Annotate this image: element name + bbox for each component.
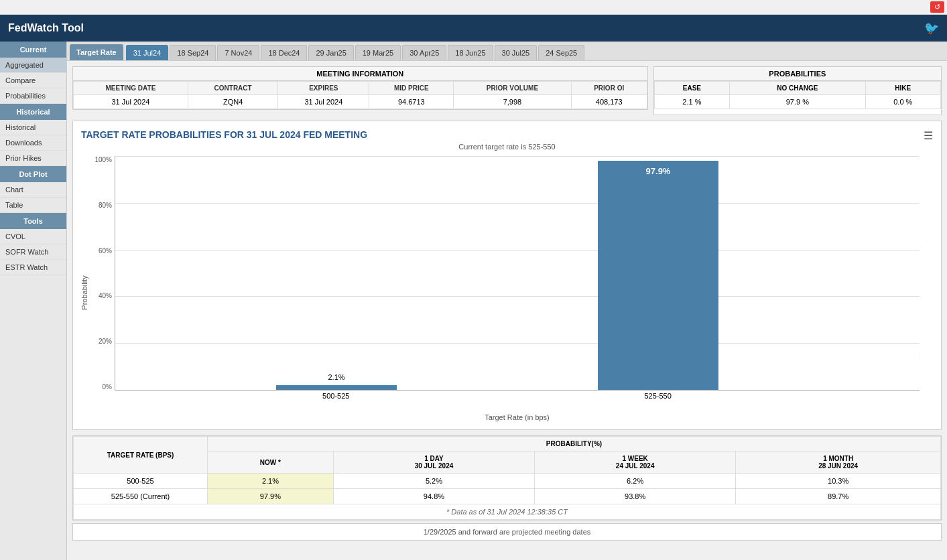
tab-30apr25[interactable]: 30 Apr25	[402, 45, 446, 60]
sidebar-item-estr-watch[interactable]: ESTR Watch	[0, 260, 66, 275]
tab-19mar25[interactable]: 19 Mar25	[355, 45, 401, 60]
col-1month-main: 1 MONTH	[740, 455, 936, 462]
chart-subtitle: Current target rate is 525-550	[81, 143, 933, 151]
val-1week-2: 93.8%	[535, 489, 736, 504]
app-header: FedWatch Tool 🐦	[0, 15, 947, 42]
target-rate-label: Target Rate	[70, 44, 123, 60]
grid-100	[115, 156, 920, 157]
sidebar-item-prior-hikes[interactable]: Prior Hikes	[0, 151, 66, 166]
val-contract: ZQN4	[188, 95, 277, 109]
x-axis: 500-525 525-550	[115, 392, 920, 411]
y-40: 40%	[99, 292, 112, 299]
tab-29jan25[interactable]: 29 Jan25	[308, 45, 353, 60]
x-axis-title: Target Rate (in bps)	[115, 413, 920, 421]
chart-area: 100% 80% 60% 40% 20% 0%	[115, 156, 920, 411]
y-axis: 100% 80% 60% 40% 20% 0%	[88, 156, 115, 391]
sidebar-item-sofr-watch[interactable]: SOFR Watch	[0, 244, 66, 260]
tab-18jun25[interactable]: 18 Jun25	[448, 45, 493, 60]
sidebar-tools-header[interactable]: Tools	[0, 213, 66, 229]
col-1day-main: 1 DAY	[338, 455, 530, 462]
sidebar-item-cvol[interactable]: CVOL	[0, 229, 66, 244]
col-ease: EASE	[654, 82, 729, 95]
val-no-change: 97.9 %	[730, 95, 866, 109]
col-1week-sub: 24 JUL 2024	[539, 462, 731, 470]
tab-7nov24[interactable]: 7 Nov24	[217, 45, 259, 60]
y-20: 20%	[99, 338, 112, 345]
col-1week: 1 WEEK 24 JUL 2024	[535, 451, 736, 474]
val-rate-2: 525-550 (Current)	[74, 489, 208, 504]
col-prior-oi: PRIOR OI	[571, 82, 647, 95]
val-1day-1: 5.2%	[333, 474, 534, 489]
grid-40	[115, 296, 920, 297]
footnote-row: * Data as of 31 Jul 2024 12:38:35 CT	[74, 504, 941, 520]
chart-section: TARGET RATE PROBABILITIES FOR 31 JUL 202…	[72, 121, 942, 430]
tab-24sep25[interactable]: 24 Sep25	[538, 45, 584, 60]
sidebar-item-compare[interactable]: Compare	[0, 73, 66, 88]
meeting-info-section: MEETING INFORMATION MEETING DATE CONTRAC…	[72, 66, 648, 110]
x-label-525-550: 525-550	[598, 392, 718, 400]
x-label-500-525: 500-525	[275, 392, 396, 400]
sidebar: Current Aggregated Compare Probabilities…	[0, 42, 67, 560]
meeting-info-table: MEETING DATE CONTRACT EXPIRES MID PRICE …	[73, 81, 647, 109]
val-meeting-date: 31 Jul 2024	[74, 95, 188, 109]
chart-title: TARGET RATE PROBABILITIES FOR 31 JUL 202…	[81, 129, 933, 140]
sidebar-item-table[interactable]: Table	[0, 198, 66, 213]
content-area: MEETING INFORMATION MEETING DATE CONTRAC…	[67, 61, 947, 546]
val-1month-1: 10.3%	[736, 474, 941, 489]
sidebar-item-downloads[interactable]: Downloads	[0, 135, 66, 151]
y-60: 60%	[99, 247, 112, 255]
col-contract: CONTRACT	[188, 82, 277, 95]
col-now-main: NOW *	[212, 459, 329, 466]
val-1day-2: 94.8%	[333, 489, 534, 504]
tab-18dec24[interactable]: 18 Dec24	[261, 45, 307, 60]
val-now-1: 2.1%	[208, 474, 334, 489]
bar-label-525-550: 97.9%	[646, 166, 671, 176]
grid-20	[115, 343, 920, 344]
sidebar-current-header[interactable]: Current	[0, 42, 66, 58]
val-now-2: 97.9%	[208, 489, 334, 504]
col-prior-volume: PRIOR VOLUME	[454, 82, 572, 95]
val-rate-1: 500-525	[74, 474, 208, 489]
bar-label-500-525: 2.1%	[328, 373, 344, 381]
chart-menu-icon[interactable]: ☰	[924, 129, 933, 142]
probabilities-title: PROBABILITIES	[654, 67, 941, 81]
col-1day: 1 DAY 30 JUL 2024	[333, 451, 534, 474]
grid-80	[115, 203, 920, 204]
val-hike: 0.0 %	[865, 95, 940, 109]
col-hike: HIKE	[865, 82, 940, 95]
y-100: 100%	[94, 156, 112, 163]
table-row-500-525: 500-525 2.1% 5.2% 6.2% 10.3%	[74, 474, 941, 489]
sidebar-dotplot-header[interactable]: Dot Plot	[0, 166, 66, 182]
sidebar-historical-header[interactable]: Historical	[0, 104, 66, 120]
main-content: Target Rate 31 Jul24 18 Sep24 7 Nov24 18…	[67, 42, 947, 560]
y-0: 0%	[103, 383, 112, 391]
sidebar-item-historical[interactable]: Historical	[0, 120, 66, 135]
tab-31jul24[interactable]: 31 Jul24	[126, 45, 169, 60]
bar-500-525: 2.1%	[276, 385, 397, 390]
sidebar-item-probabilities[interactable]: Probabilities	[0, 88, 66, 104]
val-ease: 2.1 %	[654, 95, 729, 109]
col-1week-main: 1 WEEK	[539, 455, 731, 462]
val-1week-1: 6.2%	[535, 474, 736, 489]
footnote: * Data as of 31 Jul 2024 12:38:35 CT	[74, 504, 941, 520]
val-expires: 31 Jul 2024	[278, 95, 369, 109]
col-mid-price: MID PRICE	[369, 82, 454, 95]
sidebar-item-aggregated[interactable]: Aggregated	[0, 58, 66, 73]
table-row-525-550: 525-550 (Current) 97.9% 94.8% 93.8% 89.7…	[74, 489, 941, 504]
tab-30jul25[interactable]: 30 Jul25	[495, 45, 538, 60]
twitter-icon[interactable]: 🐦	[924, 21, 939, 36]
col-probability-header: PROBABILITY(%)	[208, 437, 941, 451]
info-row: MEETING INFORMATION MEETING DATE CONTRAC…	[72, 66, 942, 115]
chart-drawing-area: 2.1% 97.9%	[115, 156, 920, 391]
col-1month: 1 MONTH 28 JUN 2024	[736, 451, 941, 474]
val-prior-oi: 408,173	[571, 95, 647, 109]
probabilities-section: PROBABILITIES EASE NO CHANGE HIKE 2.1 %	[653, 66, 942, 115]
app-title: FedWatch Tool	[8, 22, 84, 34]
bottom-prob-section: TARGET RATE (BPS) PROBABILITY(%) NOW * 1…	[72, 435, 942, 520]
tab-18sep24[interactable]: 18 Sep24	[170, 45, 216, 60]
col-meeting-date: MEETING DATE	[74, 82, 188, 95]
sidebar-item-chart[interactable]: Chart	[0, 182, 66, 198]
tab-bar: Target Rate 31 Jul24 18 Sep24 7 Nov24 18…	[67, 42, 947, 61]
reload-button[interactable]: ↺	[930, 1, 944, 13]
bottom-prob-table: TARGET RATE (BPS) PROBABILITY(%) NOW * 1…	[73, 436, 941, 520]
